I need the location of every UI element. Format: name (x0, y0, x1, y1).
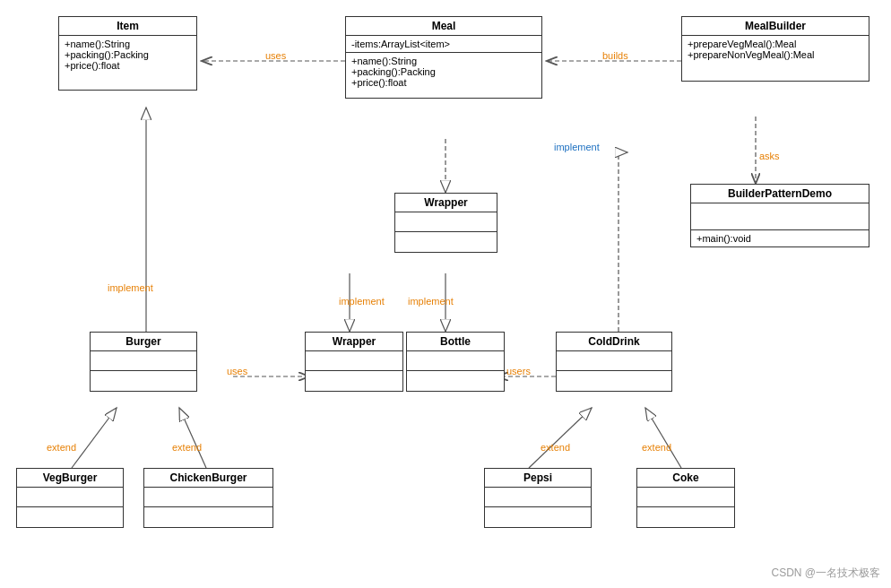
label-extend4: extend (642, 442, 671, 453)
svg-line-13 (529, 408, 592, 468)
label-implement4: implement (108, 282, 153, 293)
label-implement3: implement (408, 296, 454, 307)
label-builds: builds (602, 50, 628, 61)
svg-line-12 (179, 408, 206, 468)
label-extend2: extend (172, 442, 202, 453)
label-users: users (506, 366, 531, 376)
label-extend3: extend (541, 442, 570, 453)
label-asks: asks (759, 151, 780, 161)
class-wrapper-class: Wrapper (305, 332, 403, 392)
class-colddrink: ColdDrink (556, 332, 672, 392)
class-item: Item +name():String+packing():Packing+pr… (58, 16, 197, 91)
class-wrapper-interface: Wrapper (394, 193, 497, 253)
class-bottle: Bottle (406, 332, 505, 392)
uml-diagram: Item +name():String+packing():Packing+pr… (0, 0, 891, 588)
class-mealbuilder: MealBuilder +prepareVegMeal():Meal+prepa… (681, 16, 869, 82)
label-uses2: uses (227, 366, 247, 376)
label-implement1: implement (554, 142, 600, 152)
class-chickenburger: ChickenBurger (143, 468, 273, 528)
class-meal: Meal -items:ArrayList<item> +name():Stri… (345, 16, 542, 99)
class-coke: Coke (636, 468, 735, 528)
class-burger: Burger (90, 332, 197, 392)
class-builderdemol: BuilderPatternDemo +main():void (690, 184, 869, 247)
label-uses1: uses (265, 50, 286, 61)
label-extend1: extend (47, 442, 76, 453)
class-pepsi: Pepsi (484, 468, 592, 528)
class-vegburger: VegBurger (16, 468, 124, 528)
svg-line-11 (72, 408, 117, 468)
label-implement2: implement (339, 296, 385, 307)
svg-line-14 (645, 408, 681, 468)
watermark: CSDN @一名技术极客 (771, 566, 880, 581)
